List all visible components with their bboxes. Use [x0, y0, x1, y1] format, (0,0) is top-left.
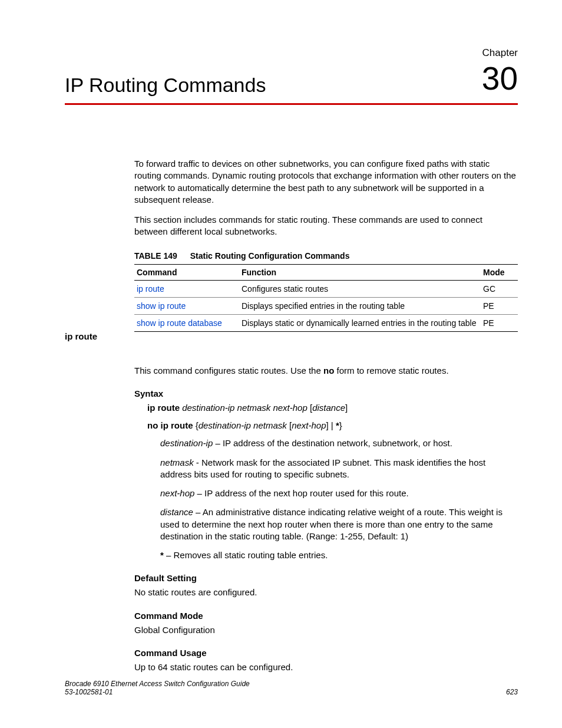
- table-number: TABLE 149: [134, 251, 177, 261]
- footer-doc-title: Brocade 6910 Ethernet Access Switch Conf…: [65, 680, 250, 688]
- command-usage-text: Up to 64 static routes can be configured…: [134, 661, 518, 673]
- syntax-text: [: [308, 403, 312, 413]
- chapter-label: Chapter: [482, 47, 518, 59]
- desc-bold: no: [323, 365, 334, 375]
- syntax-line-2: no ip route {destination-ip netmask [nex…: [147, 420, 518, 431]
- table-row: show ip route Displays specified entries…: [134, 297, 518, 314]
- table-title: Static Routing Configuration Commands: [190, 251, 350, 261]
- table-caption: TABLE 149 Static Routing Configuration C…: [134, 251, 518, 261]
- syntax-text: }: [339, 420, 342, 430]
- syntax-heading: Syntax: [134, 388, 518, 398]
- param-desc: – IP address of the destination network,…: [213, 438, 452, 448]
- syntax-text: ]: [345, 403, 348, 413]
- cmd-link-show-ip-route-database[interactable]: show ip route database: [137, 318, 222, 328]
- intro-paragraph-1: To forward traffic to devices on other s…: [134, 158, 518, 206]
- cmd-func: Displays specified entries in the routin…: [239, 297, 481, 314]
- param-desc: – IP address of the next hop router used…: [194, 488, 408, 498]
- chapter-number: 30: [482, 62, 518, 95]
- syntax-cmd: ip route: [147, 403, 182, 413]
- command-mode-heading: Command Mode: [134, 611, 518, 621]
- desc-text: form to remove static routes.: [334, 365, 448, 375]
- param-name: next-hop: [160, 488, 194, 498]
- footer-page-number: 623: [506, 688, 518, 696]
- chapter-header: IP Routing Commands Chapter 30: [65, 47, 518, 103]
- syntax-text: ] |: [326, 420, 336, 430]
- param-desc: - Network mask for the associated IP sub…: [160, 457, 485, 479]
- syntax-args: destination-ip netmask next-hop: [182, 403, 308, 413]
- cmd-mode: GC: [481, 280, 518, 297]
- param-distance: distance – An administrative distance in…: [160, 506, 518, 542]
- syntax-args: next-hop: [292, 420, 326, 430]
- page-title: IP Routing Commands: [65, 75, 266, 95]
- cmd-mode: PE: [481, 297, 518, 314]
- param-destination-ip: destination-ip – IP address of the desti…: [160, 437, 518, 449]
- footer-doc-id: 53-1002581-01: [65, 688, 250, 696]
- syntax-cmd: no ip route: [147, 420, 196, 430]
- command-mode-text: Global Configuration: [134, 624, 518, 636]
- section-heading-ip-route: ip route: [65, 331, 97, 341]
- cmd-func: Displays static or dynamically learned e…: [239, 314, 481, 331]
- param-name: distance: [160, 507, 193, 517]
- table-head-mode: Mode: [481, 264, 518, 280]
- ip-route-description: This command configures static routes. U…: [134, 365, 518, 377]
- default-setting-heading: Default Setting: [134, 573, 518, 583]
- cmd-mode: PE: [481, 314, 518, 331]
- table-row: ip route Configures static routes GC: [134, 280, 518, 297]
- intro-paragraph-2: This section includes commands for stati…: [134, 214, 518, 238]
- syntax-args: destination-ip netmask: [199, 420, 287, 430]
- table-row: show ip route database Displays static o…: [134, 314, 518, 331]
- default-setting-text: No static routes are configured.: [134, 587, 518, 598]
- param-desc: – An administrative distance indicating …: [160, 507, 503, 541]
- syntax-line-1: ip route destination-ip netmask next-hop…: [147, 402, 518, 414]
- cmd-link-show-ip-route[interactable]: show ip route: [137, 301, 186, 311]
- param-name: netmask: [160, 457, 194, 467]
- cmd-func: Configures static routes: [239, 280, 481, 297]
- table-head-function: Function: [239, 264, 481, 280]
- cmd-link-ip-route[interactable]: ip route: [137, 284, 164, 294]
- desc-text: This command configures static routes. U…: [134, 365, 323, 375]
- syntax-args: distance: [312, 403, 345, 413]
- param-desc: – Removes all static routing table entri…: [164, 550, 328, 560]
- table-head-command: Command: [134, 264, 239, 280]
- page-footer: Brocade 6910 Ethernet Access Switch Conf…: [65, 680, 518, 696]
- param-name: destination-ip: [160, 438, 213, 448]
- header-rule: [65, 103, 518, 105]
- commands-table: Command Function Mode ip route Configure…: [134, 264, 518, 332]
- syntax-text: [: [287, 420, 292, 430]
- param-asterisk: * – Removes all static routing table ent…: [160, 549, 518, 561]
- param-netmask: netmask - Network mask for the associate…: [160, 457, 518, 481]
- command-usage-heading: Command Usage: [134, 648, 518, 658]
- param-next-hop: next-hop – IP address of the next hop ro…: [160, 487, 518, 499]
